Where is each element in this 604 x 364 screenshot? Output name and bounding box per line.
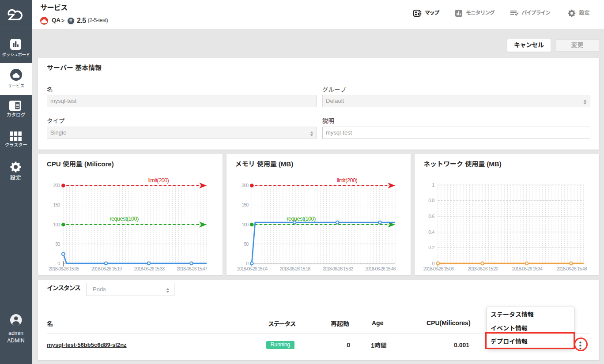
svg-text:2018-06-26 15:20: 2018-06-26 15:20 xyxy=(468,266,498,271)
svg-text:0: 0 xyxy=(432,261,434,266)
svg-text:2018-06-26 15:47: 2018-06-26 15:47 xyxy=(177,266,208,271)
svg-text:200: 200 xyxy=(242,183,249,188)
svg-text:2018-06-26 15:33: 2018-06-26 15:33 xyxy=(134,266,165,271)
svg-text:100: 100 xyxy=(53,222,60,227)
svg-text:2018-06-26 15:48: 2018-06-26 15:48 xyxy=(556,266,587,271)
svg-text:limit(200): limit(200) xyxy=(148,177,169,184)
svg-text:2018-06-26 15:05: 2018-06-26 15:05 xyxy=(49,266,79,271)
svg-text:2018-06-26 15:04: 2018-06-26 15:04 xyxy=(237,266,268,271)
svg-text:50: 50 xyxy=(244,241,249,247)
svg-text:request(100): request(100) xyxy=(287,215,316,222)
svg-text:2018-06-26 15:46: 2018-06-26 15:46 xyxy=(365,266,396,271)
svg-text:100: 100 xyxy=(242,222,249,227)
svg-text:2018-06-26 15:18: 2018-06-26 15:18 xyxy=(279,266,310,271)
svg-text:0.4: 0.4 xyxy=(428,229,434,235)
svg-text:200: 200 xyxy=(53,183,60,188)
svg-text:50: 50 xyxy=(55,241,60,247)
svg-text:2018-06-26 15:34: 2018-06-26 15:34 xyxy=(512,266,543,271)
svg-text:0.2: 0.2 xyxy=(428,245,434,250)
svg-text:0: 0 xyxy=(57,261,60,266)
svg-text:2018-06-26 15:32: 2018-06-26 15:32 xyxy=(322,266,353,271)
svg-text:2018-06-26 15:06: 2018-06-26 15:06 xyxy=(423,266,454,271)
svg-text:150: 150 xyxy=(53,202,60,207)
svg-text:0: 0 xyxy=(246,261,249,266)
svg-text:request(100): request(100) xyxy=(109,215,139,222)
svg-text:150: 150 xyxy=(242,202,249,207)
svg-text:0.6: 0.6 xyxy=(428,214,434,219)
svg-text:2018-06-26 15:19: 2018-06-26 15:19 xyxy=(91,266,122,271)
svg-text:1: 1 xyxy=(432,182,434,188)
svg-text:0.8: 0.8 xyxy=(428,198,434,203)
svg-text:limit(200): limit(200) xyxy=(336,177,357,184)
